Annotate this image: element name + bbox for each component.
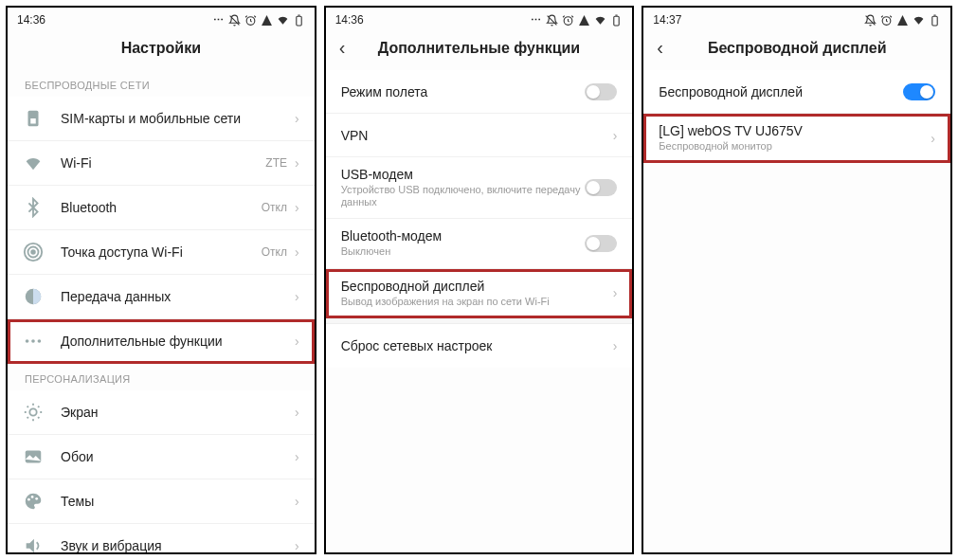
label: Bluetooth — [61, 200, 262, 215]
back-button[interactable]: ‹ — [339, 37, 346, 59]
clock: 14:36 — [335, 13, 364, 27]
statusbar: 14:36 ⋯ — [8, 8, 315, 30]
screen-settings: 14:36 ⋯ Настройки БЕСПРОВОДНЫЕ СЕТИ SIM-… — [6, 6, 316, 554]
page-title: Настройки — [121, 40, 201, 57]
chevron-right-icon: › — [295, 538, 299, 552]
bell-off-icon — [228, 14, 241, 27]
chevron-right-icon: › — [295, 494, 299, 509]
chevron-right-icon: › — [613, 285, 618, 300]
svg-point-15 — [27, 498, 30, 501]
wd-list: Беспроводной дисплей [LG] webOS TV UJ675… — [643, 70, 950, 552]
svg-point-11 — [31, 339, 35, 343]
chevron-right-icon: › — [613, 128, 618, 143]
clock: 14:37 — [653, 13, 681, 27]
wifi-icon — [277, 14, 289, 27]
bluetooth-icon — [23, 197, 44, 218]
label: USB-модем — [341, 167, 586, 182]
row-usb-tether[interactable]: USB-модем Устройство USB подключено, вкл… — [326, 157, 633, 219]
functions-list: Режим полета VPN › USB-модем Устройство … — [326, 70, 633, 552]
label: Дополнительные функции — [61, 334, 295, 349]
airplane-toggle[interactable] — [585, 83, 617, 100]
page-title: Дополнительные функции — [378, 40, 580, 57]
back-button[interactable]: ‹ — [657, 37, 663, 59]
value: Откл — [262, 201, 287, 214]
volume-icon — [23, 535, 44, 552]
wifi-icon — [23, 153, 44, 173]
row-data-usage[interactable]: Передача данных › — [8, 275, 315, 319]
device-sub: Беспроводной монитор — [659, 140, 931, 153]
settings-list: БЕСПРОВОДНЫЕ СЕТИ SIM-карты и мобильные … — [8, 70, 315, 552]
label: Беспроводной дисплей — [659, 84, 903, 99]
bell-off-icon — [864, 14, 877, 27]
row-bt-tether[interactable]: Bluetooth-модем Выключен — [326, 219, 633, 268]
battery-icon — [929, 14, 941, 27]
row-sound[interactable]: Звук и вибрация › — [8, 524, 315, 552]
more-icon — [23, 331, 44, 352]
row-display[interactable]: Экран › — [8, 390, 315, 435]
label: Сброс сетевых настроек — [341, 338, 613, 353]
subtitle: Устройство USB подключено, включите пере… — [341, 184, 586, 208]
chevron-right-icon: › — [295, 334, 299, 349]
status-icons: ⋯ — [531, 14, 623, 27]
svg-point-6 — [31, 250, 35, 254]
bt-toggle[interactable] — [585, 235, 617, 252]
row-wallpaper[interactable]: Обои › — [8, 435, 315, 479]
alarm-icon — [244, 14, 257, 27]
battery-icon — [610, 14, 623, 27]
usb-toggle[interactable] — [585, 179, 617, 196]
signal-icon — [261, 14, 273, 27]
row-more-functions[interactable]: Дополнительные функции › — [8, 319, 315, 364]
label: Звук и вибрация — [61, 538, 295, 552]
label: Точка доступа Wi-Fi — [61, 244, 262, 260]
sim-icon — [23, 108, 44, 129]
row-wd-toggle[interactable]: Беспроводной дисплей — [643, 70, 950, 114]
chevron-right-icon: › — [295, 155, 299, 171]
brightness-icon — [23, 402, 44, 423]
chevron-right-icon: › — [295, 244, 299, 260]
header: Настройки — [8, 30, 315, 70]
svg-point-13 — [29, 408, 36, 415]
row-themes[interactable]: Темы › — [8, 479, 315, 524]
row-wireless-display[interactable]: Беспроводной дисплей Вывод изображения н… — [326, 269, 633, 318]
section-wireless: БЕСПРОВОДНЫЕ СЕТИ — [8, 70, 315, 97]
value: Откл — [262, 245, 287, 259]
alarm-icon — [562, 14, 574, 27]
palette-icon — [23, 491, 44, 512]
svg-point-10 — [26, 339, 29, 343]
row-bluetooth[interactable]: Bluetooth Откл › — [8, 186, 315, 230]
row-sim[interactable]: SIM-карты и мобильные сети › — [8, 97, 315, 141]
wifi-icon — [913, 14, 925, 27]
row-device-lg-tv[interactable]: [LG] webOS TV UJ675V Беспроводной монито… — [643, 114, 950, 163]
hotspot-icon — [23, 242, 44, 262]
bell-off-icon — [546, 14, 558, 27]
screen-more-functions: 14:36 ⋯ ‹ Дополнительные функции Режим п… — [324, 6, 635, 554]
svg-rect-24 — [932, 16, 937, 26]
alarm-icon — [880, 14, 893, 27]
wd-toggle[interactable] — [903, 83, 935, 100]
svg-rect-14 — [26, 451, 42, 463]
header: ‹ Беспроводной дисплей — [643, 30, 950, 70]
clock: 14:36 — [17, 13, 45, 27]
statusbar: 14:36 ⋯ — [326, 8, 633, 30]
device-name: [LG] webOS TV UJ675V — [659, 123, 931, 138]
label: Bluetooth-модем — [341, 228, 586, 244]
chevron-right-icon: › — [295, 449, 299, 464]
chevron-right-icon: › — [613, 338, 618, 353]
row-wifi[interactable]: Wi-Fi ZTE › — [8, 141, 315, 186]
row-hotspot[interactable]: Точка доступа Wi-Fi Откл › — [8, 230, 315, 275]
row-airplane[interactable]: Режим полета — [326, 70, 633, 114]
screen-wireless-display: 14:37 ‹ Беспроводной дисплей Беспроводно… — [642, 6, 952, 554]
label: Режим полета — [341, 84, 586, 99]
signal-icon — [578, 14, 590, 27]
subtitle: Выключен — [341, 245, 586, 258]
svg-point-12 — [38, 339, 42, 343]
chevron-right-icon: › — [295, 405, 299, 420]
subtitle: Вывод изображения на экран по сети Wi-Fi — [341, 296, 613, 308]
statusbar: 14:37 — [643, 8, 950, 30]
label: Обои — [61, 449, 295, 464]
row-reset-network[interactable]: Сброс сетевых настроек › — [326, 324, 633, 368]
status-icons — [864, 14, 941, 27]
row-vpn[interactable]: VPN › — [326, 114, 633, 157]
wifi-icon — [594, 14, 606, 27]
more-icon: ⋯ — [213, 14, 225, 27]
